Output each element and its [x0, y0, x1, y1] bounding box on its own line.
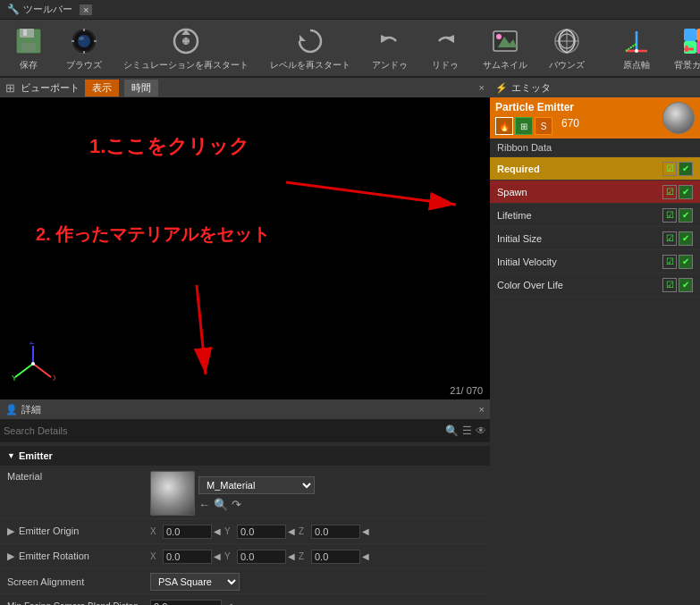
emitter-origin-value: X 0.0 ◀ Y 0.0 ◀ Z 0.0 ◀ [150, 525, 483, 539]
material-arrow-icon[interactable]: ↷ [232, 498, 241, 511]
material-dropdown[interactable]: M_Material [198, 476, 315, 494]
browse-button[interactable]: ブラウズ [61, 23, 107, 73]
check-box-1[interactable]: ☑ [662, 278, 677, 292]
emitter-origin-label: ▶ Emitter Origin [7, 525, 150, 537]
emitter-section-header[interactable]: Emitter [0, 446, 490, 466]
emitter-row-initial-velocity[interactable]: Initial Velocity☑✔ [490, 250, 700, 273]
emitter-row-initial-size[interactable]: Initial Size☑✔ [490, 227, 700, 250]
x-label: X [150, 526, 161, 536]
svg-text:Y: Y [12, 374, 17, 382]
time-button[interactable]: 時間 [124, 80, 158, 97]
emitter-row-label: Color Over Life [497, 280, 662, 290]
check-box-2[interactable]: ✔ [679, 185, 693, 199]
svg-marker-18 [446, 35, 454, 43]
min-facing-arrow[interactable]: ◀ [225, 601, 232, 605]
emitter-row-required[interactable]: Required☑✔ [490, 157, 700, 181]
redo-button[interactable]: リドゥ [424, 23, 467, 73]
svg-marker-17 [381, 35, 389, 43]
material-label: Material [7, 471, 150, 482]
svg-point-47 [31, 362, 35, 366]
check-box-1[interactable]: ☑ [662, 185, 677, 199]
ribbon-data-label: Ribbon Data [497, 142, 552, 153]
origin-button[interactable]: 原点軸 [615, 23, 658, 73]
viewport-close-btn[interactable]: × [479, 82, 485, 93]
check-box-1[interactable]: ☑ [662, 231, 677, 246]
coord-display: 21/ 070 [450, 385, 483, 396]
svg-rect-3 [23, 29, 27, 36]
emitter-row-lifetime[interactable]: Lifetime☑✔ [490, 204, 700, 227]
check-box-2[interactable]: ✔ [679, 162, 693, 176]
emitter-title-icon: ⚡ [495, 82, 508, 94]
restart-sim-button[interactable]: シミュレーションを再スタート [118, 23, 254, 73]
origin-z-input[interactable]: 0.0 [311, 525, 360, 539]
bounce-button[interactable]: バウンズ [544, 23, 590, 73]
svg-rect-2 [21, 43, 36, 52]
rot-y-arrow[interactable]: ◀ [288, 551, 295, 561]
origin-icon [620, 25, 653, 57]
bg-color-button[interactable]: 背景カラー [669, 23, 700, 73]
bg-color-icon [680, 25, 700, 57]
check-box-1[interactable]: ☑ [662, 208, 677, 223]
pe-icon-grid[interactable]: ⊞ [515, 117, 533, 135]
origin-label: 原点軸 [623, 59, 650, 71]
thumbnail-button[interactable]: サムネイル [477, 23, 533, 73]
particle-emitter-header: Particle Emitter 🔥 ⊞ S 670 [490, 97, 700, 139]
emitter-titlebar: ⚡ エミッタ [490, 78, 700, 97]
restart-level-button[interactable]: レベルを再スタート [265, 23, 356, 73]
toolbar-close-btn[interactable]: × [80, 4, 92, 15]
material-back-icon[interactable]: ← [198, 498, 210, 511]
rot-x-input[interactable]: 0.0 [163, 550, 212, 564]
emitter-rotation-row: ▶ Emitter Rotation X 0.0 ◀ Y 0.0 ◀ [0, 544, 490, 569]
z-arrow[interactable]: ◀ [362, 526, 369, 536]
redo-icon [429, 25, 461, 57]
list-icon[interactable]: ☰ [462, 424, 472, 437]
rot-y-label: Y [224, 551, 235, 561]
save-label: 保存 [20, 59, 38, 71]
min-facing-input[interactable]: 0.0 [150, 600, 222, 606]
search-input[interactable] [4, 425, 445, 436]
material-search-icon[interactable]: 🔍 [214, 498, 228, 511]
min-facing-row: Min Facing Camera Blend Distan 0.0 ◀ [0, 594, 490, 605]
rot-y-input[interactable]: 0.0 [237, 550, 286, 564]
origin-z-wrap: Z 0.0 ◀ [299, 525, 369, 539]
screen-alignment-dropdown[interactable]: PSA Square [150, 573, 240, 591]
display-button[interactable]: 表示 [85, 80, 119, 97]
screen-alignment-value: PSA Square [150, 573, 483, 591]
check-box-1[interactable]: ☑ [662, 162, 677, 176]
check-box-1[interactable]: ☑ [662, 255, 677, 269]
y-arrow[interactable]: ◀ [288, 526, 295, 536]
rot-z-wrap: Z 0.0 ◀ [299, 550, 369, 564]
save-button[interactable]: 保存 [7, 23, 50, 73]
rot-x-arrow[interactable]: ◀ [214, 551, 221, 561]
origin-x-input[interactable]: 0.0 [163, 525, 212, 539]
rot-z-arrow[interactable]: ◀ [362, 551, 369, 561]
emitter-rows: Required☑✔Spawn☑✔Lifetime☑✔Initial Size☑… [490, 157, 700, 297]
pe-icon-flame[interactable]: 🔥 [495, 117, 513, 135]
undo-label: アンドゥ [372, 59, 408, 71]
bg-color-label: 背景カラー [674, 59, 700, 71]
details-close-btn[interactable]: × [479, 404, 485, 415]
origin-y-input[interactable]: 0.0 [237, 525, 286, 539]
origin-x-wrap: X 0.0 ◀ [150, 525, 221, 539]
rot-z-input[interactable]: 0.0 [311, 550, 360, 564]
eye-icon[interactable]: 👁 [476, 424, 486, 437]
undo-icon [374, 25, 406, 57]
screen-alignment-row: Screen Alignment PSA Square [0, 569, 490, 594]
undo-button[interactable]: アンドゥ [367, 23, 413, 73]
emitter-rotation-label: ▶ Emitter Rotation [7, 550, 150, 562]
x-arrow[interactable]: ◀ [214, 526, 221, 536]
pe-icon-s[interactable]: S [535, 117, 552, 135]
emitter-row-spawn[interactable]: Spawn☑✔ [490, 181, 700, 204]
check-box-2[interactable]: ✔ [679, 278, 693, 292]
check-box-2[interactable]: ✔ [679, 208, 693, 223]
material-action-icons: ← 🔍 ↷ [198, 498, 315, 511]
particle-emitter-label: Particle Emitter [495, 101, 657, 113]
emitter-row-color-over-life[interactable]: Color Over Life☑✔ [490, 273, 700, 297]
check-box-2[interactable]: ✔ [679, 255, 693, 269]
emitter-panel-title: エミッタ [511, 81, 551, 95]
check-box-2[interactable]: ✔ [679, 231, 693, 246]
viewport-content[interactable]: 1.ここをクリック 2. 作ったマテリアルをセット [0, 97, 490, 399]
row-checks: ☑✔ [662, 231, 693, 246]
search-icon[interactable]: 🔍 [445, 424, 459, 437]
pe-thumbnail [662, 102, 695, 134]
